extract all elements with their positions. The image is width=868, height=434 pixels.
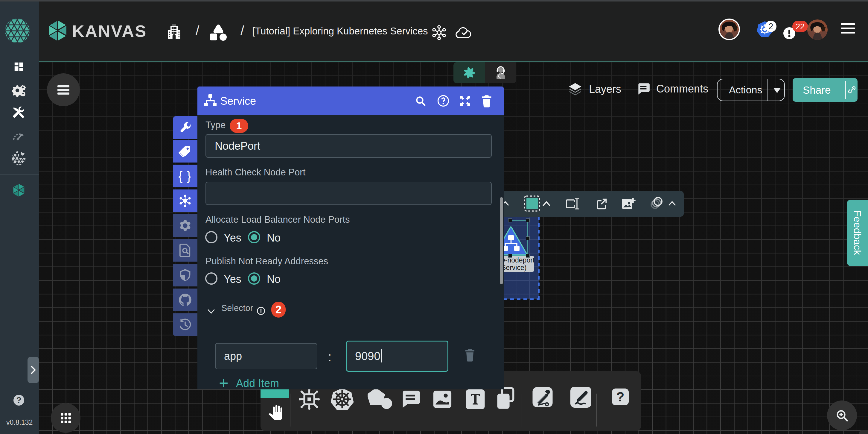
svg-text:2: 2	[768, 22, 773, 31]
svg-text:22: 22	[796, 22, 805, 31]
